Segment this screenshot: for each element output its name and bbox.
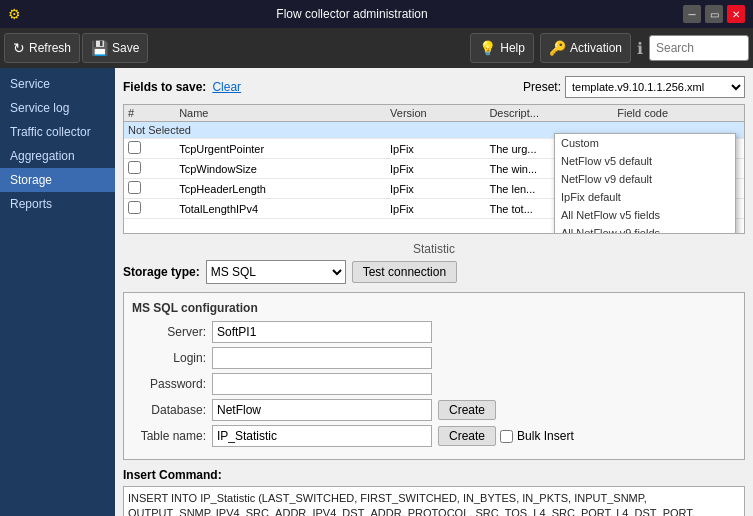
preset-label: Preset: bbox=[523, 80, 561, 94]
col-name: Name bbox=[175, 105, 386, 122]
refresh-button[interactable]: ↻ Refresh bbox=[4, 33, 80, 63]
clear-link[interactable]: Clear bbox=[212, 80, 241, 94]
row-name-2: TcpWindowSize bbox=[175, 159, 386, 179]
create-db-button[interactable]: Create bbox=[438, 400, 496, 420]
login-input[interactable] bbox=[212, 347, 432, 369]
database-label: Database: bbox=[132, 403, 212, 417]
row-version-2: IpFix bbox=[386, 159, 485, 179]
row-checkbox-3[interactable] bbox=[128, 181, 141, 194]
toolbar: ↻ Refresh 💾 Save 💡 Help 🔑 Activation ℹ bbox=[0, 28, 753, 68]
dropdown-item-ipfix[interactable]: IpFix default bbox=[555, 188, 735, 206]
database-input[interactable] bbox=[212, 399, 432, 421]
dropdown-item-netflow5[interactable]: NetFlow v5 default bbox=[555, 152, 735, 170]
close-button[interactable]: ✕ bbox=[727, 5, 745, 23]
password-input[interactable] bbox=[212, 373, 432, 395]
col-fieldcode: Field code bbox=[613, 105, 744, 122]
ms-sql-config-title: MS SQL configuration bbox=[132, 301, 736, 315]
row-checkbox-1[interactable] bbox=[128, 141, 141, 154]
test-connection-button[interactable]: Test connection bbox=[352, 261, 457, 283]
sidebar-item-aggregation[interactable]: Aggregation bbox=[0, 144, 115, 168]
storage-type-select[interactable]: MS SQL bbox=[206, 260, 346, 284]
row-version-1: IpFix bbox=[386, 139, 485, 159]
server-label: Server: bbox=[132, 325, 212, 339]
save-icon: 💾 bbox=[91, 40, 108, 56]
tablename-row: Table name: Create Bulk Insert bbox=[132, 425, 736, 447]
sidebar-item-reports[interactable]: Reports bbox=[0, 192, 115, 216]
row-version-4: IpFix bbox=[386, 199, 485, 219]
bulk-insert-row: Bulk Insert bbox=[500, 429, 574, 443]
title-bar: ⚙ Flow collector administration ─ ▭ ✕ bbox=[0, 0, 753, 28]
row-checkbox-2[interactable] bbox=[128, 161, 141, 174]
preset-select[interactable]: template.v9.10.1.1.256.xml bbox=[565, 76, 745, 98]
bulk-insert-label: Bulk Insert bbox=[517, 429, 574, 443]
col-hash: # bbox=[124, 105, 175, 122]
refresh-icon: ↻ bbox=[13, 40, 25, 56]
preset-row: Preset: template.v9.10.1.1.256.xml bbox=[523, 76, 745, 98]
save-button[interactable]: 💾 Save bbox=[82, 33, 148, 63]
table-name-label: Table name: bbox=[132, 429, 212, 443]
row-name-1: TcpUrgentPointer bbox=[175, 139, 386, 159]
content-area: Fields to save: Clear Preset: template.v… bbox=[115, 68, 753, 516]
insert-command-label: Insert Command: bbox=[123, 468, 745, 482]
storage-type-label: Storage type: bbox=[123, 265, 200, 279]
col-desc: Descript... bbox=[485, 105, 613, 122]
sidebar-item-service[interactable]: Service bbox=[0, 72, 115, 96]
app-icon: ⚙ bbox=[8, 6, 21, 22]
sidebar-item-service-log[interactable]: Service log bbox=[0, 96, 115, 120]
server-input[interactable] bbox=[212, 321, 432, 343]
statistic-label: Statistic bbox=[413, 242, 455, 256]
row-name-4: TotalLengthIPv4 bbox=[175, 199, 386, 219]
sidebar-item-traffic-collector[interactable]: Traffic collector bbox=[0, 120, 115, 144]
database-row: Database: Create bbox=[132, 399, 736, 421]
bulk-insert-checkbox[interactable] bbox=[500, 430, 513, 443]
help-icon: 💡 bbox=[479, 40, 496, 56]
storage-type-row: Storage type: MS SQL Test connection bbox=[123, 260, 745, 284]
sidebar-item-storage[interactable]: Storage bbox=[0, 168, 115, 192]
search-input[interactable] bbox=[649, 35, 749, 61]
fields-header-row: Fields to save: Clear Preset: template.v… bbox=[123, 76, 745, 98]
login-label: Login: bbox=[132, 351, 212, 365]
server-row: Server: bbox=[132, 321, 736, 343]
dropdown-item-all-netflow5[interactable]: All NetFlow v5 fields bbox=[555, 206, 735, 224]
help-button[interactable]: 💡 Help bbox=[470, 33, 534, 63]
info-icon: ℹ bbox=[637, 39, 643, 58]
activation-button[interactable]: 🔑 Activation bbox=[540, 33, 631, 63]
password-label: Password: bbox=[132, 377, 212, 391]
insert-command-section: Insert Command: INSERT INTO IP_Statistic… bbox=[123, 468, 745, 516]
dropdown-item-all-netflow9[interactable]: All NetFlow v9 fields bbox=[555, 224, 735, 234]
row-version-3: IpFix bbox=[386, 179, 485, 199]
dropdown-item-netflow9[interactable]: NetFlow v9 default bbox=[555, 170, 735, 188]
fields-table-container: # Name Version Descript... Field code No… bbox=[123, 104, 745, 234]
create-table-button[interactable]: Create bbox=[438, 426, 496, 446]
sidebar: Service Service log Traffic collector Ag… bbox=[0, 68, 115, 516]
activation-icon: 🔑 bbox=[549, 40, 566, 56]
row-name-3: TcpHeaderLength bbox=[175, 179, 386, 199]
col-version: Version bbox=[386, 105, 485, 122]
minimize-button[interactable]: ─ bbox=[683, 5, 701, 23]
maximize-button[interactable]: ▭ bbox=[705, 5, 723, 23]
window-title: Flow collector administration bbox=[21, 7, 683, 21]
insert-command-box[interactable]: INSERT INTO IP_Statistic (LAST_SWITCHED,… bbox=[123, 486, 745, 516]
fields-save-label: Fields to save: bbox=[123, 80, 206, 94]
login-row: Login: bbox=[132, 347, 736, 369]
table-name-input[interactable] bbox=[212, 425, 432, 447]
preset-dropdown: Custom NetFlow v5 default NetFlow v9 def… bbox=[554, 133, 736, 234]
ms-sql-config-box: MS SQL configuration Server: Login: Pass… bbox=[123, 292, 745, 460]
row-checkbox-4[interactable] bbox=[128, 201, 141, 214]
dropdown-item-custom[interactable]: Custom bbox=[555, 134, 735, 152]
password-row: Password: bbox=[132, 373, 736, 395]
